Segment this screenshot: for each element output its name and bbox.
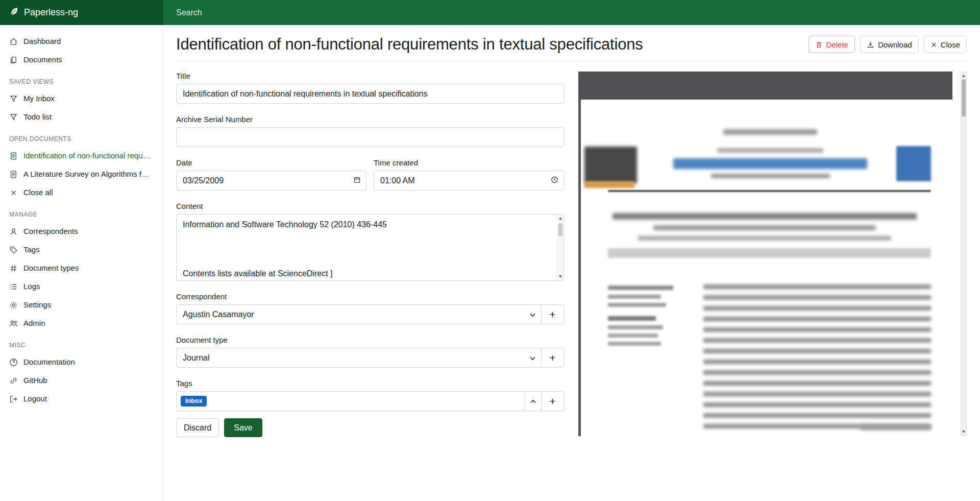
sidebar-open-doc-literature-survey[interactable]: A Literature Survey on Algorithms for Mu… — [0, 165, 163, 183]
plus-icon: + — [549, 308, 555, 321]
logout-icon — [9, 395, 18, 403]
add-correspondent-button[interactable]: + — [541, 304, 564, 324]
sidebar-item-logs[interactable]: Logs — [0, 277, 163, 296]
sidebar-section-misc: MISC — [0, 332, 163, 353]
sidebar-item-label: Tags — [23, 245, 40, 254]
document-type-label: Document type — [176, 336, 564, 344]
pdf-page — [581, 100, 952, 436]
pdf-blur-rule — [608, 190, 931, 192]
time-created-input[interactable] — [374, 171, 564, 190]
correspondent-label: Correspondent — [176, 292, 564, 301]
sidebar-item-todo-list[interactable]: Todo list — [0, 108, 163, 126]
person-icon — [9, 227, 18, 236]
app-title: Paperless-ng — [24, 7, 78, 18]
pdf-toolbar — [578, 71, 952, 100]
pdf-blur-journal-logo — [584, 147, 637, 183]
sidebar-item-close-all[interactable]: Close all — [0, 183, 163, 202]
sidebar-item-correspondents[interactable]: Correspondents — [0, 222, 163, 241]
delete-button-label: Delete — [826, 40, 848, 49]
sidebar-item-label: Logs — [23, 282, 40, 291]
add-document-type-button[interactable]: + — [541, 348, 564, 368]
sidebar-item-settings[interactable]: Settings — [0, 296, 163, 314]
sidebar-item-tags[interactable]: Tags — [0, 241, 163, 259]
delete-button[interactable]: Delete — [808, 36, 855, 53]
sidebar-item-logout[interactable]: Logout — [0, 390, 163, 408]
pdf-blur-block — [608, 342, 661, 346]
funnel-icon — [9, 94, 18, 103]
sidebar-item-github[interactable]: GitHub — [0, 371, 163, 390]
time-group: Time created — [374, 158, 564, 190]
pdf-blur-block — [653, 225, 876, 230]
pdf-blur-block — [608, 333, 658, 338]
navbar-search-area — [163, 0, 980, 25]
scrollbar-thumb[interactable] — [962, 79, 966, 117]
sidebar-item-documents[interactable]: Documents — [0, 51, 163, 69]
sidebar-item-label: Dashboard — [23, 37, 61, 46]
pdf-blur-journal-title — [673, 158, 867, 169]
discard-button[interactable]: Discard — [176, 418, 219, 437]
pdf-blur-block — [608, 316, 656, 321]
content-scrollbar[interactable] — [557, 214, 564, 280]
sidebar-item-label: GitHub — [23, 376, 47, 385]
sidebar-item-admin[interactable]: Admin — [0, 314, 163, 332]
question-circle-icon — [9, 358, 18, 367]
pdf-blur-block — [608, 295, 661, 299]
pdf-blur-block — [861, 425, 931, 430]
title-input[interactable] — [176, 84, 564, 104]
sidebar-section-saved-views: SAVED VIEWS — [0, 69, 163, 89]
top-navbar: Paperless-ng — [0, 0, 980, 25]
scroll-down-arrow[interactable] — [962, 431, 965, 433]
add-tag-button[interactable]: + — [541, 391, 564, 411]
scroll-down-arrow[interactable] — [559, 275, 562, 278]
document-type-select[interactable]: Journal — [176, 348, 542, 368]
search-input[interactable] — [163, 8, 980, 17]
app-brand[interactable]: Paperless-ng — [0, 0, 163, 25]
tags-input[interactable]: Inbox — [176, 391, 525, 411]
tag-badge-inbox[interactable]: Inbox — [181, 396, 207, 407]
sidebar-section-manage: MANAGE — [0, 202, 163, 222]
correspondent-select[interactable]: Agustin Casamayor — [176, 304, 542, 324]
hash-icon — [9, 264, 18, 273]
document-header: Identification of non-functional require… — [176, 25, 967, 61]
sidebar-section-open-documents: OPEN DOCUMENTS — [0, 126, 163, 147]
page-title: Identification of non-functional require… — [176, 35, 643, 54]
sidebar-item-label: Todo list — [23, 112, 52, 122]
date-input[interactable] — [176, 171, 366, 190]
pdf-preview-panel — [578, 71, 967, 437]
sidebar-item-label: Identification of non-functional require… — [23, 151, 151, 160]
people-icon — [9, 319, 18, 328]
scroll-up-arrow[interactable] — [559, 217, 562, 220]
close-button[interactable]: Close — [924, 36, 967, 53]
asn-input[interactable] — [176, 127, 564, 147]
pdf-blur-block — [723, 129, 817, 135]
pdf-blur-block — [717, 148, 823, 153]
asn-label: Archive Serial Number — [176, 115, 564, 124]
file-text-icon — [9, 170, 18, 179]
close-button-label: Close — [941, 40, 960, 49]
pdf-blur-block — [584, 181, 634, 188]
sidebar-item-label: Close all — [23, 188, 53, 197]
scroll-up-arrow[interactable] — [962, 75, 965, 77]
preview-scrollbar[interactable] — [961, 71, 967, 436]
sidebar-item-label: Logout — [23, 394, 47, 403]
funnel-icon — [9, 113, 18, 122]
tags-dropdown-toggle[interactable] — [525, 391, 542, 411]
plus-icon: + — [549, 395, 555, 408]
sidebar-item-documentation[interactable]: Documentation — [0, 353, 163, 371]
pdf-viewer[interactable] — [578, 71, 952, 436]
scrollbar-thumb[interactable] — [558, 223, 562, 236]
save-button[interactable]: Save — [224, 418, 262, 437]
sidebar-item-label: Document types — [23, 264, 79, 273]
documents-icon — [9, 56, 18, 64]
sidebar-open-doc-identification[interactable]: Identification of non-functional require… — [0, 147, 163, 165]
sidebar-item-label: My Inbox — [23, 94, 55, 103]
sidebar-item-document-types[interactable]: Document types — [0, 259, 163, 277]
download-button[interactable]: Download — [860, 36, 919, 53]
content-textarea[interactable]: Information and Software Technology 52 (… — [176, 214, 564, 281]
file-text-icon — [9, 152, 18, 160]
sidebar-item-dashboard[interactable]: Dashboard — [0, 32, 163, 51]
sidebar-item-my-inbox[interactable]: My Inbox — [0, 89, 163, 108]
sidebar-item-label: Settings — [23, 300, 51, 309]
date-group: Date — [176, 158, 366, 190]
tags-group: Tags Inbox + — [176, 379, 564, 411]
